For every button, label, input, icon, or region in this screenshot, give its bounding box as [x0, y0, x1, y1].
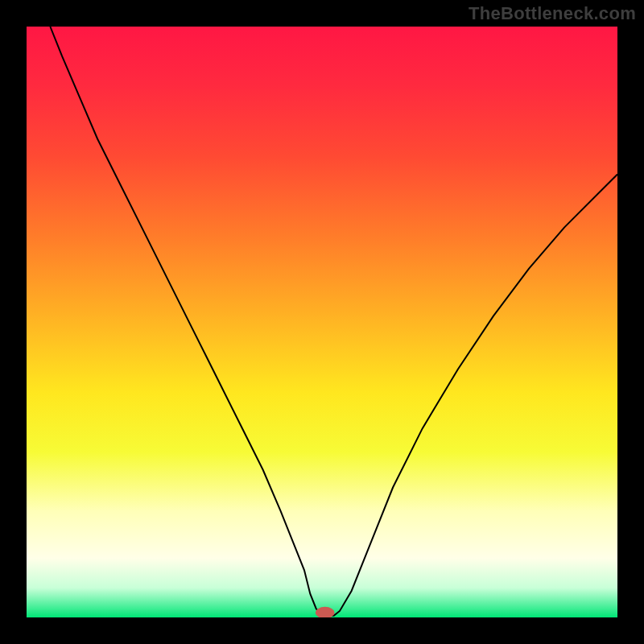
plot-background — [27, 27, 617, 617]
chart-frame: TheBottleneck.com — [0, 0, 644, 644]
watermark-text: TheBottleneck.com — [469, 3, 636, 24]
bottleneck-chart — [27, 27, 617, 617]
